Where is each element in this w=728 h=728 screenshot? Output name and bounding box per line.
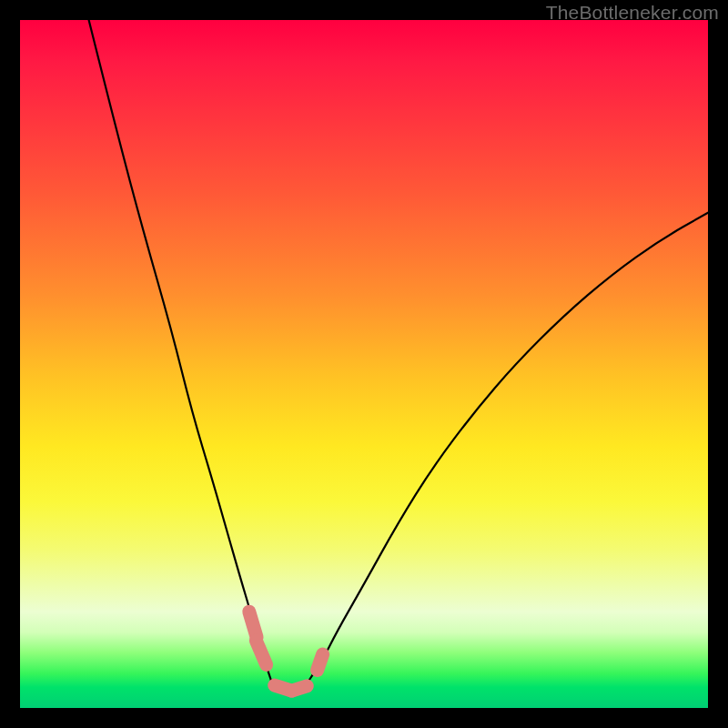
curve-left-branch — [89, 20, 271, 681]
plot-area — [20, 20, 708, 708]
chart-frame: TheBottleneker.com — [0, 0, 728, 728]
chart-svg — [20, 20, 708, 708]
curve-right-branch — [309, 213, 708, 681]
endpoint-markers — [249, 612, 323, 691]
watermark: TheBottleneker.com — [546, 2, 719, 24]
